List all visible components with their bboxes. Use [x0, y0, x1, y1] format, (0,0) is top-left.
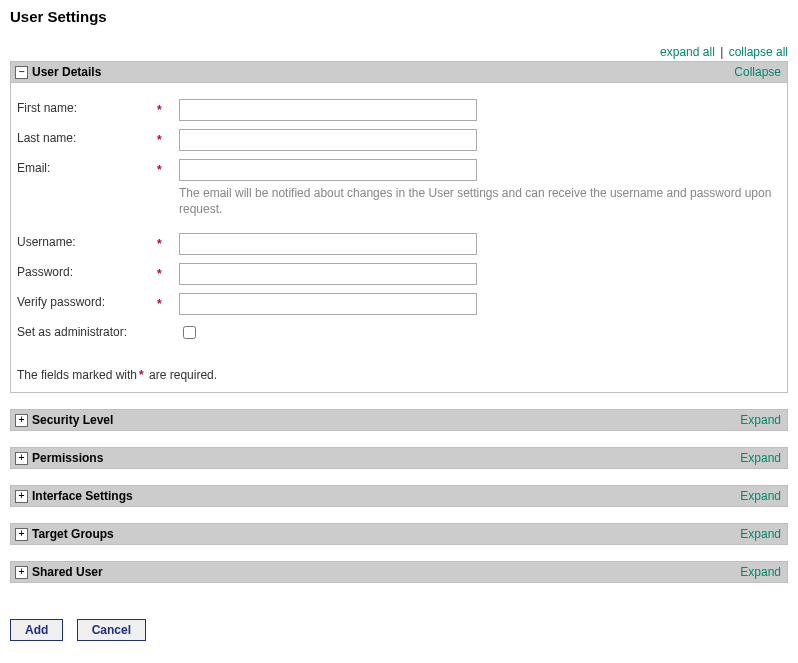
username-field[interactable] [179, 233, 477, 255]
plus-icon: + [15, 490, 28, 503]
required-marker: * [157, 129, 179, 147]
section-title: Shared User [32, 565, 740, 579]
label-username: Username: [17, 233, 157, 249]
required-marker: * [157, 293, 179, 311]
collapse-link-user-details[interactable]: Collapse [734, 65, 781, 79]
section-title: Interface Settings [32, 489, 740, 503]
expand-link-security-level[interactable]: Expand [740, 413, 781, 427]
section-header-user-details[interactable]: − User Details Collapse [10, 61, 788, 83]
plus-icon: + [15, 528, 28, 541]
required-marker: * [157, 159, 179, 177]
section-header-target-groups[interactable]: + Target Groups Expand [10, 523, 788, 545]
action-bar: Add Cancel [10, 619, 788, 641]
row-last-name: Last name: * [17, 129, 781, 151]
first-name-field[interactable] [179, 99, 477, 121]
plus-icon: + [15, 452, 28, 465]
required-marker: * [157, 99, 179, 117]
row-first-name: First name: * [17, 99, 781, 121]
last-name-field[interactable] [179, 129, 477, 151]
row-verify-password: Verify password: * [17, 293, 781, 315]
verify-password-field[interactable] [179, 293, 477, 315]
set-as-admin-checkbox[interactable] [183, 326, 196, 339]
add-button[interactable]: Add [10, 619, 63, 641]
cancel-button[interactable]: Cancel [77, 619, 146, 641]
label-password: Password: [17, 263, 157, 279]
plus-icon: + [15, 566, 28, 579]
plus-icon: + [15, 414, 28, 427]
expand-link-shared-user[interactable]: Expand [740, 565, 781, 579]
minus-icon: − [15, 66, 28, 79]
section-body-user-details: First name: * Last name: * Email: * The … [10, 83, 788, 393]
required-marker: * [157, 263, 179, 281]
expand-collapse-links: expand all | collapse all [10, 45, 788, 61]
collapse-all-link[interactable]: collapse all [729, 45, 788, 59]
section-security-level: + Security Level Expand [10, 409, 788, 431]
section-header-permissions[interactable]: + Permissions Expand [10, 447, 788, 469]
row-set-as-admin: Set as administrator: [17, 323, 781, 342]
row-email: Email: * [17, 159, 781, 181]
row-username: Username: * [17, 233, 781, 255]
expand-link-interface-settings[interactable]: Expand [740, 489, 781, 503]
label-first-name: First name: [17, 99, 157, 115]
row-password: Password: * [17, 263, 781, 285]
label-verify-password: Verify password: [17, 293, 157, 309]
required-note: The fields marked with* are required. [17, 368, 781, 382]
expand-all-link[interactable]: expand all [660, 45, 715, 59]
section-header-interface-settings[interactable]: + Interface Settings Expand [10, 485, 788, 507]
label-set-as-admin: Set as administrator: [17, 323, 157, 339]
section-shared-user: + Shared User Expand [10, 561, 788, 583]
section-title: Permissions [32, 451, 740, 465]
label-last-name: Last name: [17, 129, 157, 145]
section-target-groups: + Target Groups Expand [10, 523, 788, 545]
section-permissions: + Permissions Expand [10, 447, 788, 469]
email-field[interactable] [179, 159, 477, 181]
section-header-shared-user[interactable]: + Shared User Expand [10, 561, 788, 583]
expand-link-target-groups[interactable]: Expand [740, 527, 781, 541]
password-field[interactable] [179, 263, 477, 285]
section-header-security-level[interactable]: + Security Level Expand [10, 409, 788, 431]
email-hint: The email will be notified about changes… [179, 185, 781, 217]
expand-link-permissions[interactable]: Expand [740, 451, 781, 465]
section-interface-settings: + Interface Settings Expand [10, 485, 788, 507]
section-title: User Details [32, 65, 734, 79]
section-title: Security Level [32, 413, 740, 427]
section-user-details: − User Details Collapse First name: * La… [10, 61, 788, 393]
label-email: Email: [17, 159, 157, 175]
required-marker: * [157, 233, 179, 251]
page-title: User Settings [10, 8, 788, 25]
section-title: Target Groups [32, 527, 740, 541]
